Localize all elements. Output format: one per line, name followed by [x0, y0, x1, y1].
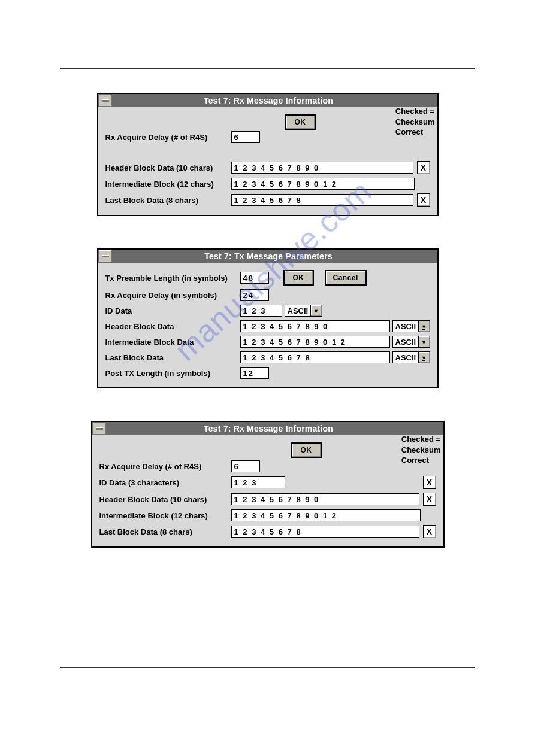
- checkbox-header-3[interactable]: X: [423, 493, 436, 506]
- dropdown-intermediate-text: ASCII: [392, 336, 419, 348]
- dropdown-id-text: ASCII: [285, 305, 311, 317]
- titlebar-2: Test 7: Tx Message Parameters: [98, 250, 437, 263]
- dialog-rx-msg-info-1: Test 7: Rx Message Information Checked =…: [97, 93, 439, 216]
- label-intermediate-block-3: Intermediate Block (12 chars): [99, 511, 231, 520]
- ok-button-3[interactable]: OK: [291, 442, 322, 458]
- checkbox-id-3[interactable]: X: [423, 476, 436, 489]
- label-intermediate-block-1: Intermediate Block (12 chars): [105, 180, 231, 189]
- input-header-block-3[interactable]: 1 2 3 4 5 6 7 8 9 0: [231, 493, 419, 505]
- label-header-block-1: Header Block Data (10 chars): [105, 163, 231, 172]
- title-text-2: Test 7: Tx Message Parameters: [114, 251, 437, 261]
- label-intermediate-block-2: Intermediate Block Data: [105, 338, 240, 347]
- dropdown-header-encoding[interactable]: ASCII ▾: [392, 320, 430, 332]
- dropdown-last-encoding[interactable]: ASCII ▾: [392, 351, 430, 363]
- label-rx-acquire-delay-1: Rx Acquire Delay (# of R4S): [105, 133, 231, 142]
- label-rx-acq-3: Rx Acquire Delay (# of R4S): [99, 462, 231, 471]
- input-intermediate-block-3[interactable]: 1 2 3 4 5 6 7 8 9 0 1 2: [231, 509, 421, 521]
- input-intermediate-block-1[interactable]: 1 2 3 4 5 6 7 8 9 0 1 2: [231, 178, 415, 190]
- input-rx-acquire-delay-2[interactable]: 24: [240, 289, 269, 301]
- input-last-block-1[interactable]: 1 2 3 4 5 6 7 8: [231, 194, 413, 206]
- label-header-block-2: Header Block Data: [105, 322, 240, 331]
- title-text-1: Test 7: Rx Message Information: [114, 96, 437, 105]
- input-tx-preamble[interactable]: 48: [240, 272, 269, 284]
- input-last-block-3[interactable]: 1 2 3 4 5 6 7 8: [231, 526, 419, 538]
- label-id-data: ID Data: [105, 306, 240, 315]
- label-last-block-3: Last Block Data (8 chars): [99, 527, 231, 536]
- system-menu-icon-3[interactable]: [93, 423, 106, 435]
- input-rx-acq-3[interactable]: 6: [231, 460, 260, 472]
- input-rx-acquire-delay-1[interactable]: 6: [231, 131, 260, 143]
- dropdown-intermediate-encoding[interactable]: ASCII ▾: [392, 336, 430, 348]
- chevron-down-icon-h[interactable]: ▾: [419, 320, 430, 332]
- checkbox-last-1[interactable]: X: [417, 193, 430, 207]
- checked-legend-1: Checked = Checksum Correct: [395, 106, 435, 138]
- bottom-rule: [60, 667, 475, 668]
- title-text-3: Test 7: Rx Message Information: [108, 424, 443, 433]
- input-header-block-2[interactable]: 1 2 3 4 5 6 7 8 9 0: [240, 320, 390, 332]
- checkbox-header-1[interactable]: X: [417, 161, 430, 174]
- label-tx-preamble: Tx Preamble Length (in symbols): [105, 274, 240, 283]
- chevron-down-icon[interactable]: ▾: [311, 305, 322, 317]
- input-header-block-1[interactable]: 1 2 3 4 5 6 7 8 9 0: [231, 162, 413, 174]
- input-last-block-2[interactable]: 1 2 3 4 5 6 7 8: [240, 351, 390, 363]
- dropdown-last-text: ASCII: [392, 351, 419, 363]
- cancel-button[interactable]: Cancel: [325, 270, 367, 286]
- input-intermediate-block-2[interactable]: 1 2 3 4 5 6 7 8 9 0 1 2: [240, 336, 390, 348]
- input-post-tx[interactable]: 12: [240, 367, 269, 379]
- dialog-rx-msg-info-2: Test 7: Rx Message Information Checked =…: [91, 421, 445, 548]
- dropdown-header-text: ASCII: [392, 320, 419, 332]
- titlebar-1: Test 7: Rx Message Information: [98, 94, 437, 107]
- dropdown-id-encoding[interactable]: ASCII ▾: [285, 305, 322, 317]
- system-menu-icon[interactable]: [99, 95, 112, 107]
- chevron-down-icon-l[interactable]: ▾: [419, 351, 430, 363]
- titlebar-3: Test 7: Rx Message Information: [92, 422, 443, 435]
- ok-button-2[interactable]: OK: [283, 270, 314, 286]
- chevron-down-icon-i[interactable]: ▾: [419, 336, 430, 348]
- checked-legend-2: Checked = Checksum Correct: [401, 434, 441, 466]
- label-last-block-2: Last Block Data: [105, 353, 240, 362]
- input-id-data-3[interactable]: 1 2 3: [231, 476, 285, 488]
- label-rx-acquire-delay-2: Rx Acquire Delay (in symbols): [105, 291, 240, 300]
- label-id-data-3: ID Data (3 characters): [99, 478, 231, 487]
- checkbox-last-3[interactable]: X: [423, 525, 436, 538]
- ok-button-1[interactable]: OK: [285, 114, 316, 130]
- label-header-block-3: Header Block Data (10 chars): [99, 495, 231, 504]
- top-rule: [60, 68, 475, 69]
- system-menu-icon-2[interactable]: [99, 250, 112, 262]
- label-post-tx: Post TX Length (in symbols): [105, 369, 240, 378]
- input-id-data[interactable]: 1 2 3: [240, 305, 282, 317]
- label-last-block-1: Last Block Data (8 chars): [105, 196, 231, 205]
- dialog-tx-msg-params: Test 7: Tx Message Parameters Tx Preambl…: [97, 248, 439, 388]
